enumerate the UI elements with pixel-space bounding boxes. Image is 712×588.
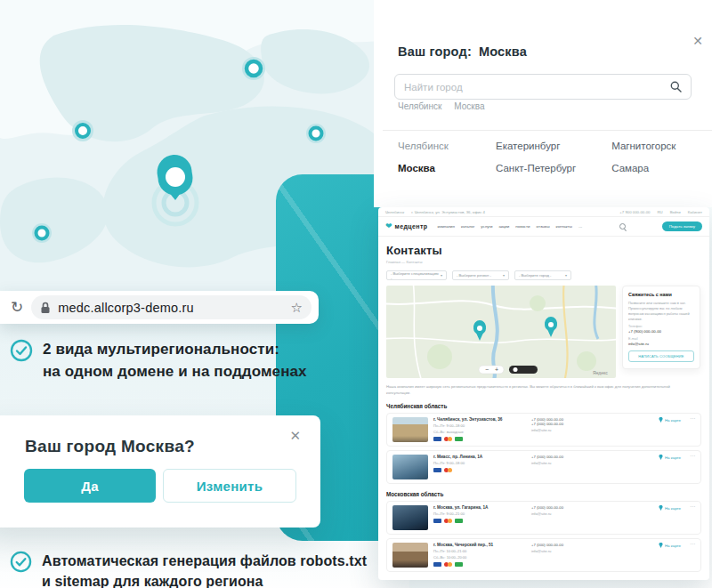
search-icon[interactable] <box>670 81 682 93</box>
nav-item[interactable]: услуги <box>481 224 492 229</box>
office-photo <box>392 455 428 479</box>
office-phone[interactable]: +7 (000) 000-00-00 <box>531 543 610 547</box>
nav-item[interactable]: акции <box>498 224 509 229</box>
filter-specialization[interactable]: - Выберите специализацию -▾ <box>386 270 447 280</box>
heart-icon: ❤ <box>385 222 392 230</box>
filter-city[interactable]: - Выберите город -▾ <box>514 270 571 280</box>
office-address: г. Москва, ул. Гагарина, 1А <box>433 505 526 510</box>
city-item-selected[interactable]: Москва <box>398 163 460 173</box>
office-phone[interactable]: +7 (000) 000-00-00 <box>531 455 610 459</box>
visa-icon <box>433 519 441 523</box>
contact-card-title: Свяжитесь с нами <box>628 292 694 297</box>
city-selector-panel: ✕ Ваш город:Москва Челябинск Москва Челя… <box>374 0 712 207</box>
visa-icon <box>433 562 441 567</box>
pin-icon <box>659 543 663 548</box>
site-lang[interactable]: RU <box>657 210 662 214</box>
office-email[interactable]: info@site.ru <box>531 428 610 432</box>
feature-bullet: Автоматическая генерация файлов robots.t… <box>10 551 367 588</box>
nav-item[interactable]: компания <box>437 224 455 229</box>
nav-item[interactable]: новости <box>515 224 530 229</box>
chevron-down-icon: ▾ <box>565 273 567 278</box>
city-item[interactable]: Челябинск <box>398 141 460 151</box>
office-email[interactable]: info@site.ru <box>531 511 610 516</box>
site-city[interactable]: Челябинск <box>385 210 404 214</box>
office-card: г. Челябинск, ул. Энтузиастов, 36 Пн–Пт:… <box>386 413 701 447</box>
site-logo[interactable]: ❤ медцентр <box>385 222 427 230</box>
office-card: г. Москва, ул. Гагарина, 1А Пн–Пт: 9:00–… <box>386 501 701 535</box>
more-icon[interactable]: ⋯ <box>690 417 695 421</box>
city-columns: Челябинск Москва Екатеринбург Санкт-Пете… <box>398 141 676 173</box>
nav-item[interactable]: каталог <box>461 224 474 229</box>
office-hours: Сб–Вс: 10:00–20:00 <box>433 555 526 560</box>
breadcrumb[interactable]: Главная — Контакты <box>386 260 701 264</box>
map-note: Наша компания имеет широкую сеть региона… <box>386 384 693 396</box>
office-hours: Сб–Вс: выходные <box>433 430 526 434</box>
office-email[interactable]: info@site.ru <box>531 549 610 553</box>
chevron-down-icon: ▾ <box>503 273 505 278</box>
map-layers-control[interactable] <box>509 366 538 374</box>
map-ring-marker <box>32 223 52 243</box>
city-quick-links: Челябинск Москва <box>398 101 485 111</box>
on-map-link[interactable]: На карте <box>659 505 681 511</box>
popup-title: Ваш город Москва? <box>25 437 195 456</box>
mir-icon <box>455 437 463 441</box>
office-address: г. Москва, Чечерский пер., 51 <box>433 543 526 547</box>
filter-region[interactable]: - Выберите регион -▾ <box>452 270 509 280</box>
city-item[interactable]: Екатеринбург <box>496 141 576 151</box>
contact-filters: - Выберите специализацию -▾ - Выберите р… <box>386 270 701 280</box>
more-icon[interactable]: ⋯ <box>690 455 695 458</box>
bookmark-star-icon[interactable]: ☆ <box>291 300 303 316</box>
city-item[interactable]: Магнитогорск <box>611 141 676 151</box>
office-photo <box>392 417 428 442</box>
nav-item[interactable]: отзывы <box>537 224 550 229</box>
city-quick-link[interactable]: Челябинск <box>398 101 441 111</box>
bullet-line: и sitemap для каждого региона <box>42 571 367 588</box>
close-icon[interactable]: ✕ <box>692 34 703 48</box>
nav-item[interactable]: контакты <box>556 224 572 229</box>
office-card: г. Миасс, пр. Ленина, 1А Пн–Пт: 9:00–18:… <box>386 450 701 484</box>
search-icon[interactable] <box>619 223 626 230</box>
website-screenshot: Челябинск г. Челябинск, ул. Энтузиастов,… <box>378 207 709 580</box>
contact-phone[interactable]: +7 (900) 000-00-00 <box>628 329 694 334</box>
svg-text:+: + <box>495 366 498 373</box>
change-city-button[interactable]: Изменить <box>163 469 296 503</box>
svg-text:−: − <box>485 366 489 373</box>
office-email[interactable]: info@site.ru <box>531 461 610 465</box>
site-cabinet[interactable]: Кабинет <box>688 210 702 214</box>
city-quick-link[interactable]: Москва <box>454 101 484 111</box>
url-text[interactable]: medc.allcorp3-demo.ru <box>58 301 283 315</box>
office-hours: Пн–Пт: 9:00–21:00 <box>433 511 526 516</box>
office-hours: Пн–Пт: 9:00–18:00 <box>433 461 526 465</box>
city-panel-title-label: Ваш город: <box>398 44 472 59</box>
map-ring-marker <box>306 124 326 143</box>
confirm-city-yes-button[interactable]: Да <box>24 469 156 503</box>
mastercard-icon <box>444 519 452 523</box>
site-login[interactable]: Войти <box>670 210 681 214</box>
office-hours: Пн–Пт: 9:00–18:00 <box>433 423 526 428</box>
contact-email[interactable]: info@site.ru <box>628 342 694 346</box>
section-title: Челябинская область <box>386 403 701 409</box>
site-cta-button[interactable]: Подать заявку <box>662 222 702 231</box>
close-icon[interactable]: ✕ <box>289 428 301 444</box>
map-zoom-control[interactable]: −+ <box>479 366 504 374</box>
more-icon[interactable]: ⋯ <box>690 505 695 509</box>
reload-icon[interactable]: ↻ <box>11 300 23 315</box>
feature-bullet: 2 вида мультирегиональности: на одном до… <box>10 339 307 383</box>
city-item[interactable]: Санкт-Петербург <box>496 163 576 173</box>
on-map-link[interactable]: На карте <box>659 455 681 460</box>
url-pill[interactable]: medc.allcorp3-demo.ru ☆ <box>31 295 312 319</box>
offices-map[interactable]: −+ Яндекс <box>386 286 616 378</box>
nav-more[interactable]: … <box>578 224 582 229</box>
write-message-button[interactable]: Написать сообщение <box>628 350 694 362</box>
office-phone[interactable]: +7 (000) 000-00-00 <box>531 422 610 426</box>
on-map-link[interactable]: На карте <box>659 417 681 423</box>
city-search-input[interactable] <box>404 82 670 93</box>
office-phone[interactable]: +7 (000) 000-00-00 <box>531 505 610 510</box>
city-item[interactable]: Самара <box>611 163 676 173</box>
on-map-link[interactable]: На карте <box>659 543 681 548</box>
site-nav: компания каталог услуги акции новости от… <box>437 224 582 229</box>
more-icon[interactable]: ⋯ <box>690 543 695 546</box>
site-phone[interactable]: +7 900 000-00-00 <box>619 210 650 214</box>
city-panel-title: Ваш город:Москва <box>398 44 527 59</box>
mastercard-icon <box>444 468 452 472</box>
